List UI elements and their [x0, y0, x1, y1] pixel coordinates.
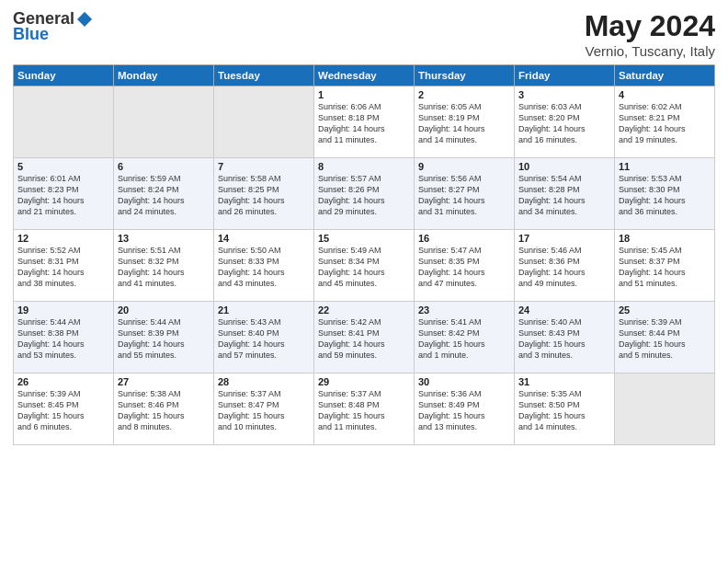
logo-blue: Blue	[13, 25, 49, 44]
calendar-cell: 10Sunrise: 5:54 AM Sunset: 8:28 PM Dayli…	[515, 158, 615, 230]
day-info: Sunrise: 6:06 AM Sunset: 8:18 PM Dayligh…	[318, 101, 410, 146]
calendar-cell: 26Sunrise: 5:39 AM Sunset: 8:45 PM Dayli…	[14, 373, 114, 445]
calendar-cell: 30Sunrise: 5:36 AM Sunset: 8:49 PM Dayli…	[415, 373, 515, 445]
day-number: 1	[318, 89, 410, 100]
weekday-header-tuesday: Tuesday	[214, 65, 314, 86]
day-number: 25	[619, 304, 711, 316]
calendar-cell: 2Sunrise: 6:05 AM Sunset: 8:19 PM Daylig…	[415, 86, 515, 158]
day-info: Sunrise: 5:39 AM Sunset: 8:44 PM Dayligh…	[619, 316, 711, 362]
day-info: Sunrise: 5:42 AM Sunset: 8:41 PM Dayligh…	[318, 316, 410, 362]
day-number: 7	[218, 161, 310, 172]
calendar-cell: 22Sunrise: 5:42 AM Sunset: 8:41 PM Dayli…	[314, 302, 415, 373]
day-info: Sunrise: 5:37 AM Sunset: 8:48 PM Dayligh…	[318, 388, 410, 433]
calendar-cell: 27Sunrise: 5:38 AM Sunset: 8:46 PM Dayli…	[114, 373, 214, 445]
day-info: Sunrise: 5:59 AM Sunset: 8:24 PM Dayligh…	[118, 173, 210, 218]
calendar-cell: 17Sunrise: 5:46 AM Sunset: 8:36 PM Dayli…	[515, 230, 615, 302]
weekday-header-saturday: Saturday	[615, 65, 715, 86]
day-number: 24	[518, 304, 610, 316]
day-number: 9	[418, 161, 510, 172]
day-info: Sunrise: 5:45 AM Sunset: 8:37 PM Dayligh…	[619, 245, 711, 290]
day-number: 27	[118, 376, 210, 387]
calendar-cell: 5Sunrise: 6:01 AM Sunset: 8:23 PM Daylig…	[14, 158, 114, 230]
day-number: 29	[318, 376, 410, 387]
day-number: 13	[118, 233, 210, 244]
day-number: 20	[118, 304, 210, 316]
day-info: Sunrise: 5:40 AM Sunset: 8:43 PM Dayligh…	[518, 316, 610, 362]
day-info: Sunrise: 5:50 AM Sunset: 8:33 PM Dayligh…	[218, 245, 310, 290]
calendar-cell: 21Sunrise: 5:43 AM Sunset: 8:40 PM Dayli…	[214, 302, 314, 373]
location-title: Vernio, Tuscany, Italy	[585, 43, 715, 59]
day-number: 26	[17, 376, 109, 387]
day-number: 17	[518, 233, 610, 244]
day-info: Sunrise: 5:47 AM Sunset: 8:35 PM Dayligh…	[418, 245, 510, 290]
day-info: Sunrise: 5:37 AM Sunset: 8:47 PM Dayligh…	[218, 388, 310, 433]
day-info: Sunrise: 5:44 AM Sunset: 8:39 PM Dayligh…	[118, 316, 210, 362]
calendar-cell: 31Sunrise: 5:35 AM Sunset: 8:50 PM Dayli…	[515, 373, 615, 445]
day-info: Sunrise: 6:03 AM Sunset: 8:20 PM Dayligh…	[518, 101, 610, 146]
calendar-cell: 28Sunrise: 5:37 AM Sunset: 8:47 PM Dayli…	[214, 373, 314, 445]
day-number: 19	[17, 304, 109, 316]
weekday-header-thursday: Thursday	[415, 65, 515, 86]
weekday-header-wednesday: Wednesday	[314, 65, 415, 86]
calendar-cell: 23Sunrise: 5:41 AM Sunset: 8:42 PM Dayli…	[415, 302, 515, 373]
calendar-cell: 16Sunrise: 5:47 AM Sunset: 8:35 PM Dayli…	[415, 230, 515, 302]
day-number: 23	[418, 304, 510, 316]
calendar-cell: 13Sunrise: 5:51 AM Sunset: 8:32 PM Dayli…	[114, 230, 214, 302]
calendar-cell: 18Sunrise: 5:45 AM Sunset: 8:37 PM Dayli…	[615, 230, 715, 302]
calendar-week-2: 5Sunrise: 6:01 AM Sunset: 8:23 PM Daylig…	[14, 158, 715, 230]
calendar-cell: 3Sunrise: 6:03 AM Sunset: 8:20 PM Daylig…	[515, 86, 615, 158]
calendar-cell: 15Sunrise: 5:49 AM Sunset: 8:34 PM Dayli…	[314, 230, 415, 302]
calendar-cell: 12Sunrise: 5:52 AM Sunset: 8:31 PM Dayli…	[14, 230, 114, 302]
calendar-week-1: 1Sunrise: 6:06 AM Sunset: 8:18 PM Daylig…	[14, 86, 715, 158]
calendar-cell: 25Sunrise: 5:39 AM Sunset: 8:44 PM Dayli…	[615, 302, 715, 373]
day-number: 14	[218, 233, 310, 244]
day-number: 22	[318, 304, 410, 316]
calendar-table: SundayMondayTuesdayWednesdayThursdayFrid…	[13, 64, 715, 445]
day-info: Sunrise: 6:01 AM Sunset: 8:23 PM Dayligh…	[17, 173, 109, 218]
title-block: May 2024 Vernio, Tuscany, Italy	[585, 9, 715, 59]
calendar-cell: 4Sunrise: 6:02 AM Sunset: 8:21 PM Daylig…	[615, 86, 715, 158]
day-number: 10	[518, 161, 610, 172]
day-info: Sunrise: 5:53 AM Sunset: 8:30 PM Dayligh…	[619, 173, 711, 218]
calendar-cell: 24Sunrise: 5:40 AM Sunset: 8:43 PM Dayli…	[515, 302, 615, 373]
day-number: 2	[418, 89, 510, 100]
day-info: Sunrise: 6:05 AM Sunset: 8:19 PM Dayligh…	[418, 101, 510, 146]
calendar-cell	[214, 86, 314, 158]
calendar-cell: 7Sunrise: 5:58 AM Sunset: 8:25 PM Daylig…	[214, 158, 314, 230]
header: General Blue May 2024 Vernio, Tuscany, I…	[13, 9, 715, 59]
calendar-cell: 29Sunrise: 5:37 AM Sunset: 8:48 PM Dayli…	[314, 373, 415, 445]
day-number: 16	[418, 233, 510, 244]
day-info: Sunrise: 5:44 AM Sunset: 8:38 PM Dayligh…	[17, 316, 109, 362]
day-info: Sunrise: 5:41 AM Sunset: 8:42 PM Dayligh…	[418, 316, 510, 362]
month-title: May 2024	[585, 9, 715, 43]
weekday-header-friday: Friday	[515, 65, 615, 86]
day-number: 30	[418, 376, 510, 387]
calendar-cell: 1Sunrise: 6:06 AM Sunset: 8:18 PM Daylig…	[314, 86, 415, 158]
weekday-header-monday: Monday	[114, 65, 214, 86]
day-number: 11	[619, 161, 711, 172]
weekday-header-row: SundayMondayTuesdayWednesdayThursdayFrid…	[14, 65, 715, 86]
day-info: Sunrise: 5:35 AM Sunset: 8:50 PM Dayligh…	[518, 388, 610, 433]
day-number: 28	[218, 376, 310, 387]
weekday-header-sunday: Sunday	[14, 65, 114, 86]
day-number: 4	[619, 89, 711, 100]
calendar-week-5: 26Sunrise: 5:39 AM Sunset: 8:45 PM Dayli…	[14, 373, 715, 445]
day-number: 18	[619, 233, 711, 244]
day-number: 31	[518, 376, 610, 387]
day-info: Sunrise: 5:51 AM Sunset: 8:32 PM Dayligh…	[118, 245, 210, 290]
day-number: 5	[17, 161, 109, 172]
day-info: Sunrise: 5:36 AM Sunset: 8:49 PM Dayligh…	[418, 388, 510, 433]
day-info: Sunrise: 5:43 AM Sunset: 8:40 PM Dayligh…	[218, 316, 310, 362]
day-info: Sunrise: 5:49 AM Sunset: 8:34 PM Dayligh…	[318, 245, 410, 290]
day-number: 3	[518, 89, 610, 100]
day-info: Sunrise: 5:38 AM Sunset: 8:46 PM Dayligh…	[118, 388, 210, 433]
calendar-cell: 19Sunrise: 5:44 AM Sunset: 8:38 PM Dayli…	[14, 302, 114, 373]
calendar-cell	[114, 86, 214, 158]
logo-icon	[75, 10, 94, 29]
calendar-week-4: 19Sunrise: 5:44 AM Sunset: 8:38 PM Dayli…	[14, 302, 715, 373]
day-number: 21	[218, 304, 310, 316]
day-info: Sunrise: 5:54 AM Sunset: 8:28 PM Dayligh…	[518, 173, 610, 218]
calendar-cell: 14Sunrise: 5:50 AM Sunset: 8:33 PM Dayli…	[214, 230, 314, 302]
logo: General Blue	[13, 9, 95, 44]
calendar-cell: 9Sunrise: 5:56 AM Sunset: 8:27 PM Daylig…	[415, 158, 515, 230]
